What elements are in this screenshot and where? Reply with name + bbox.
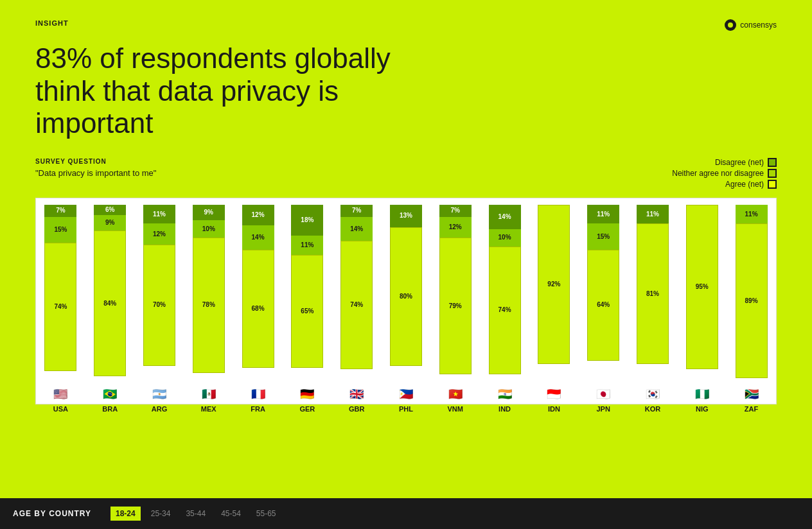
country-code-mex: MEX [201, 405, 216, 413]
legend: Disagree (net) Neither agree nor disagre… [672, 158, 777, 189]
country-code-usa: USA [53, 405, 68, 413]
age-tabs: 18-2425-3435-4445-5455-65 [110, 507, 281, 521]
survey-question-text: "Data privacy is important to me" [35, 168, 156, 178]
seg-disagree: 7% [439, 205, 472, 217]
chart-container: 7% 15% 74% 🇺🇸 USA [35, 198, 777, 404]
legend-neither-label: Neither agree nor disagree [672, 169, 764, 178]
bar-group-ger: 18% 11% 65% 🇩🇪 GER [283, 205, 332, 404]
flag-ger: 🇩🇪 [299, 386, 315, 403]
seg-disagree: 13% [390, 205, 422, 227]
seg-neither: 11% [291, 236, 323, 255]
flag-kor: 🇰🇷 [644, 386, 661, 403]
flag-mex: 🇲🇽 [200, 386, 217, 403]
bar-group-phl: 13% 80% 🇵🇭 PHL [382, 205, 431, 404]
country-label-area: 🇰🇷 KOR [644, 378, 661, 418]
seg-agree: 74% [489, 247, 521, 375]
seg-disagree: 7% [340, 205, 373, 217]
bar-group-zaf: 11% 89% 🇿🇦 ZAF [727, 205, 776, 404]
flag-ind: 🇮🇳 [497, 386, 513, 403]
country-label-area: 🇮🇳 IND [497, 378, 513, 418]
legend-agree: Agree (net) [725, 180, 777, 189]
country-label-area: 🇦🇷 ARG [151, 378, 168, 418]
country-code-vnm: VNM [448, 405, 463, 413]
legend-agree-label: Agree (net) [725, 180, 764, 189]
logo-icon [725, 19, 736, 31]
flag-phl: 🇵🇭 [398, 386, 414, 403]
bar-group-gbr: 7% 14% 74% 🇬🇧 GBR [332, 205, 382, 404]
country-label-area: 🇫🇷 FRA [250, 378, 267, 418]
country-label-area: 🇵🇭 PHL [398, 378, 414, 418]
age-tab-3544[interactable]: 35-44 [181, 507, 211, 521]
bar-group-jpn: 11% 15% 64% 🇯🇵 JPN [579, 205, 628, 404]
seg-agree: 95% [686, 205, 718, 370]
seg-neither: 10% [193, 220, 225, 238]
seg-disagree: 7% [44, 205, 76, 217]
seg-disagree: 18% [291, 205, 323, 236]
bar-group-bra: 6% 9% 84% 🇧🇷 BRA [85, 205, 135, 404]
bar-group-vnm: 7% 12% 79% 🇻🇳 VNM [430, 205, 480, 404]
country-label-area: 🇩🇪 GER [299, 378, 315, 418]
bar-group-ind: 14% 10% 74% 🇮🇳 IND [480, 205, 529, 404]
seg-agree: 68% [242, 250, 274, 368]
age-tab-4554[interactable]: 45-54 [216, 507, 246, 521]
flag-fra: 🇫🇷 [250, 386, 267, 403]
country-label-area: 🇲🇽 MEX [200, 378, 217, 418]
age-by-country-label: AGE BY COUNTRY [13, 509, 91, 518]
seg-disagree: 11% [587, 205, 619, 224]
seg-agree: 92% [538, 205, 570, 364]
seg-agree: 64% [587, 250, 619, 361]
seg-neither: 10% [489, 229, 521, 247]
seg-disagree: 12% [242, 205, 274, 225]
country-code-nig: NIG [696, 405, 709, 413]
seg-neither: 15% [587, 223, 619, 250]
country-label-area: 🇯🇵 JPN [595, 378, 612, 418]
flag-idn: 🇮🇩 [545, 386, 562, 403]
seg-neither: 9% [94, 215, 126, 230]
country-label-area: 🇳🇬 NIG [694, 378, 710, 418]
chart-inner: 7% 15% 74% 🇺🇸 USA [36, 198, 776, 404]
country-code-kor: KOR [645, 405, 660, 413]
seg-agree: 70% [143, 245, 175, 366]
bar-group-fra: 12% 14% 68% 🇫🇷 FRA [233, 205, 283, 404]
legend-disagree-label: Disagree (net) [715, 158, 764, 167]
seg-agree: 89% [736, 223, 768, 377]
legend-neither-box [768, 169, 777, 178]
seg-disagree: 6% [94, 205, 126, 215]
seg-disagree: 11% [143, 205, 175, 224]
country-code-gbr: GBR [349, 405, 364, 413]
flag-bra: 🇧🇷 [102, 386, 118, 403]
country-code-idn: IDN [548, 405, 560, 413]
bar-group-idn: 92% 🇮🇩 IDN [529, 205, 579, 404]
flag-nig: 🇳🇬 [694, 386, 710, 403]
seg-agree: 81% [637, 223, 669, 364]
bar-group-nig: 95% 🇳🇬 NIG [677, 205, 727, 404]
age-tab-1824[interactable]: 18-24 [110, 507, 141, 521]
country-code-ger: GER [299, 405, 315, 413]
bar-group-usa: 7% 15% 74% 🇺🇸 USA [36, 205, 85, 404]
seg-neither: 12% [439, 217, 472, 238]
seg-neither: 14% [340, 217, 373, 241]
flag-arg: 🇦🇷 [151, 386, 168, 403]
legend-agree-box [768, 180, 777, 189]
country-label-area: 🇬🇧 GBR [348, 378, 365, 418]
country-label-area: 🇧🇷 BRA [102, 378, 118, 418]
seg-neither: 12% [143, 223, 175, 244]
seg-neither: 14% [242, 225, 274, 250]
age-tab-5565[interactable]: 55-65 [251, 507, 281, 521]
flag-vnm: 🇻🇳 [447, 386, 464, 403]
country-label-area: 🇺🇸 USA [52, 378, 69, 418]
seg-neither: 15% [44, 217, 76, 243]
seg-disagree: 9% [193, 205, 225, 220]
country-code-arg: ARG [152, 405, 167, 413]
main-title: 83% of respondents globally think that d… [0, 31, 482, 140]
seg-neither: 11% [736, 205, 768, 224]
survey-question-label: SURVEY QUESTION [35, 158, 156, 165]
legend-disagree: Disagree (net) [715, 158, 777, 167]
country-code-phl: PHL [399, 405, 413, 413]
country-code-zaf: ZAF [745, 405, 758, 413]
flag-jpn: 🇯🇵 [595, 386, 612, 403]
age-tab-2534[interactable]: 25-34 [146, 507, 176, 521]
seg-disagree: 14% [489, 205, 521, 229]
insight-label: INSIGHT [35, 19, 69, 27]
seg-agree: 84% [94, 230, 126, 376]
